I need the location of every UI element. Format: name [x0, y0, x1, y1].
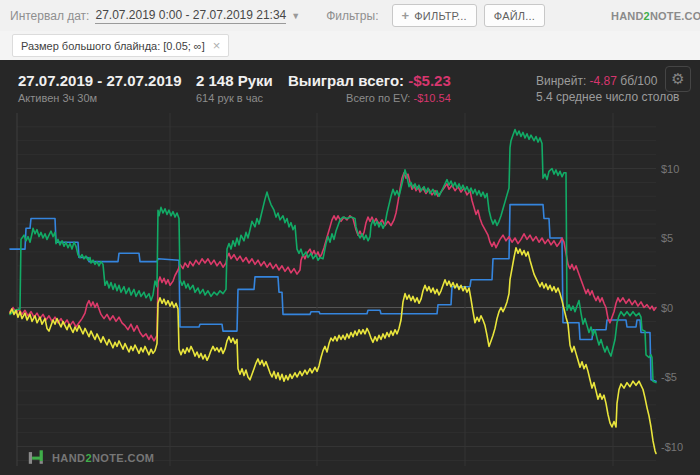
hand2note-watermark-text: HAND2NOTE.COM — [52, 452, 154, 464]
filters-label: Фильтры: — [326, 9, 378, 23]
stat-won-line: Выиграл всего: -$5.23 — [288, 72, 451, 89]
file-button-label: ФАЙЛ... — [494, 10, 535, 22]
y-axis-tick-label: -$10 — [661, 441, 683, 453]
active-filters-bar: Размер большого блайнда: [0.05; ∞] × — [0, 31, 700, 60]
hand2note-watermark: HAND2NOTE.COM — [27, 448, 154, 467]
top-toolbar: Интервал дат: 27.07.2019 0:00 - 27.07.20… — [0, 0, 700, 31]
session-panel: $10$5$0-$5-$10 27.07.2019 - 27.07.2019 А… — [0, 60, 700, 475]
stat-ev-line: Всего по EV: -$10.54 — [288, 91, 451, 106]
stat-winrate-line: Винрейт: -4.87 бб/100 — [536, 74, 679, 89]
chevron-down-icon[interactable]: ▼ — [291, 11, 300, 21]
file-button[interactable]: ФАЙЛ... — [484, 4, 545, 27]
hand2note-logo-text: HAND2NOTE.COM — [611, 10, 700, 22]
y-axis-tick-label: -$5 — [661, 371, 677, 383]
stat-won-value: -$5.23 — [408, 72, 451, 89]
stat-ev-value: -$10.54 — [413, 92, 450, 104]
stat-avg-tables: 5.4 среднее число столов — [536, 90, 679, 105]
plus-icon: + — [402, 8, 410, 23]
session-graph: $10$5$0-$5-$10 — [0, 60, 700, 475]
big-blind-filter-tag[interactable]: Размер большого блайнда: [0.05; ∞] × — [12, 34, 229, 57]
stat-hands-per-hour: 614 рук в час — [196, 91, 273, 106]
hand2note-logo[interactable]: HAND2NOTE.COM — [607, 0, 700, 31]
close-icon[interactable]: × — [213, 39, 221, 52]
add-filter-button-label: ФИЛЬТР... — [414, 10, 467, 22]
add-filter-button[interactable]: + ФИЛЬТР... — [392, 4, 477, 27]
stat-date-value: 27.07.2019 - 27.07.2019 — [18, 72, 181, 89]
series-line-red — [10, 173, 656, 341]
stat-winrate-value: -4.87 — [590, 74, 617, 88]
date-range-dropdown[interactable]: 27.07.2019 0:00 - 27.07.2019 21:34 — [95, 8, 286, 24]
series-line-yellow — [10, 248, 656, 454]
stat-hands: 2 148 Руки 614 рук в час — [196, 72, 273, 106]
stat-hands-value: 2 148 Руки — [196, 72, 273, 89]
y-axis-tick-label: $5 — [661, 232, 673, 244]
stat-winnings: Выиграл всего: -$5.23 Всего по EV: -$10.… — [288, 72, 451, 106]
stat-date: 27.07.2019 - 27.07.2019 Активен 3ч 30м — [18, 72, 181, 106]
stat-active-time: Активен 3ч 30м — [18, 91, 181, 106]
gear-icon[interactable]: ⚙ — [665, 66, 691, 92]
stat-winrate: Винрейт: -4.87 бб/100 5.4 среднее число … — [536, 74, 679, 105]
y-axis-tick-label: $0 — [661, 302, 673, 314]
y-axis-tick-label: $10 — [661, 163, 679, 175]
big-blind-filter-tag-label: Размер большого блайнда: [0.05; ∞] — [21, 40, 205, 52]
hand2note-watermark-icon — [27, 448, 45, 467]
date-interval-label: Интервал дат: — [10, 9, 89, 23]
